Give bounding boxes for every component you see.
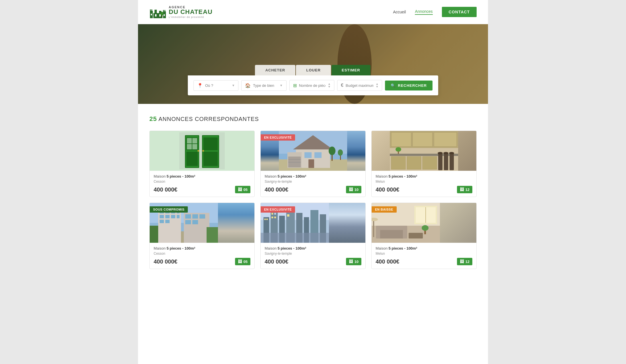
svg-rect-82 <box>192 220 198 224</box>
property-cards-grid: Maison 5 pieces - 100m² Cesson 400 000€ … <box>149 131 477 269</box>
svg-rect-112 <box>376 226 407 230</box>
svg-rect-79 <box>192 214 198 219</box>
svg-rect-40 <box>308 159 314 168</box>
photo-icon: 🖼 <box>238 259 242 264</box>
card-location: Savigny-le-temple <box>265 252 361 256</box>
card-badge: SOUS COMPROMIS <box>150 206 188 213</box>
search-label: RECHERCHER <box>398 83 427 88</box>
card-badge: EN BAISSE <box>372 206 397 213</box>
card-photos-count[interactable]: 🖼 10 <box>346 258 361 265</box>
card-location: Savigny-le-temple <box>265 180 361 184</box>
svg-rect-7 <box>163 10 164 12</box>
budget-field[interactable]: € ▲▼ <box>337 80 382 91</box>
photo-icon: 🖼 <box>349 259 353 264</box>
search-container: ACHETER LOUER ESTIMER 📍 ▼ 🏠 ▼ <box>188 65 438 95</box>
tab-louer[interactable]: LOUER <box>296 65 331 75</box>
svg-rect-113 <box>376 226 380 238</box>
property-type-field[interactable]: 🏠 ▼ <box>241 80 286 91</box>
card-specs: 5 pieces - 100m² <box>278 246 306 250</box>
svg-rect-100 <box>274 217 276 218</box>
photo-icon: 🖼 <box>349 187 353 192</box>
property-card[interactable]: Maison 5 pieces - 100m² Cesson 400 000€ … <box>149 131 255 197</box>
svg-rect-66 <box>158 209 181 243</box>
tab-estimer[interactable]: ESTIMER <box>331 65 370 75</box>
svg-point-59 <box>443 152 448 154</box>
logo-text: AGENCE DU CHATEAU L'immobilier de proxim… <box>169 5 213 18</box>
location-field[interactable]: 📍 ▼ <box>193 80 238 91</box>
card-location: Cesson <box>154 252 250 256</box>
card-image <box>372 131 476 171</box>
card-title: Maison 5 pieces - 100m² <box>154 246 250 250</box>
svg-rect-99 <box>271 217 273 218</box>
svg-rect-57 <box>450 153 454 170</box>
svg-rect-76 <box>160 220 164 223</box>
svg-point-44 <box>338 149 343 156</box>
location-input[interactable] <box>205 83 229 88</box>
card-info: Maison 5 pieces - 100m² Melun 400 000€ 🖼… <box>372 243 476 269</box>
svg-rect-103 <box>287 214 289 217</box>
card-photos-count[interactable]: 🖼 10 <box>346 186 361 193</box>
search-button[interactable]: 🔍 RECHERCHER <box>385 81 433 91</box>
card-price: 400 000€ <box>154 186 177 193</box>
type-chevron: ▼ <box>280 84 283 87</box>
kitchen-image <box>372 131 476 171</box>
photos-number: 10 <box>355 188 359 192</box>
card-photos-count[interactable]: 🖼 12 <box>457 186 472 193</box>
card-image: EN BAISSE <box>372 203 476 243</box>
card-info: Maison 5 pieces - 100m² Melun 400 000€ 🖼… <box>372 171 476 197</box>
card-location: Melun <box>376 252 472 256</box>
property-card[interactable]: SOUS COMPROMIS <box>149 203 255 269</box>
logo[interactable]: AGENCE DU CHATEAU L'immobilier de proxim… <box>149 5 213 19</box>
svg-rect-14 <box>162 16 162 17</box>
contact-button[interactable]: CONTACT <box>442 7 477 17</box>
card-bottom: 400 000€ 🖼 12 <box>376 258 472 265</box>
card-info: Maison 5 pieces - 100m² Cesson 400 000€ … <box>150 171 254 197</box>
budget-input[interactable] <box>346 83 374 88</box>
svg-rect-62 <box>398 151 399 154</box>
card-title: Maison 5 pieces - 100m² <box>376 174 472 178</box>
card-title: Maison 5 pieces - 100m² <box>154 174 250 178</box>
card-image: EN EXCLUSIVITÉ <box>261 203 365 243</box>
property-card[interactable]: Maison 5 pieces - 100m² Melun 400 000€ 🖼… <box>371 131 477 197</box>
svg-rect-54 <box>423 157 437 169</box>
card-photos-count[interactable]: 🖼 05 <box>235 258 250 265</box>
svg-rect-118 <box>373 220 374 237</box>
svg-rect-49 <box>413 132 433 147</box>
card-price: 400 000€ <box>376 258 399 265</box>
svg-rect-8 <box>164 10 165 12</box>
nav-accueil[interactable]: Accueil <box>393 10 406 14</box>
card-title: Maison 5 pieces - 100m² <box>265 174 361 178</box>
search-icon: 🔍 <box>391 83 396 88</box>
card-specs: 5 pieces - 100m² <box>389 246 417 250</box>
property-card[interactable]: EN EXCLUSIVITÉ <box>260 131 366 197</box>
main-content: 25 ANNONCES CORRESPONDANTES <box>138 104 488 280</box>
nav-annonces[interactable]: Annonces <box>415 9 433 15</box>
svg-rect-9 <box>151 14 152 15</box>
card-location: Cesson <box>154 180 250 184</box>
card-photos-count[interactable]: 🖼 05 <box>235 186 250 193</box>
svg-rect-23 <box>203 152 218 166</box>
card-photos-count[interactable]: 🖼 12 <box>457 258 472 265</box>
svg-rect-56 <box>444 153 448 170</box>
rooms-input[interactable] <box>299 83 326 88</box>
property-card[interactable]: EN BAISSE <box>371 203 477 269</box>
svg-rect-12 <box>164 14 165 16</box>
svg-rect-78 <box>185 214 191 219</box>
door-image <box>150 131 254 171</box>
tab-acheter[interactable]: ACHETER <box>255 65 295 75</box>
svg-rect-96 <box>266 219 268 220</box>
search-tabs: ACHETER LOUER ESTIMER <box>188 65 438 75</box>
property-card[interactable]: EN EXCLUSIVITÉ <box>260 203 366 269</box>
card-bottom: 400 000€ 🖼 10 <box>265 186 361 193</box>
svg-rect-114 <box>403 226 407 238</box>
rooms-field[interactable]: ⊞ ▲▼ <box>289 80 334 91</box>
card-image: SOUS COMPROMIS <box>150 203 254 243</box>
svg-rect-55 <box>438 153 442 170</box>
svg-rect-115 <box>409 233 423 238</box>
svg-rect-19 <box>186 152 198 166</box>
rooms-spinners: ▲▼ <box>328 83 331 88</box>
property-type-input[interactable] <box>253 83 277 88</box>
svg-point-42 <box>329 147 335 155</box>
svg-rect-52 <box>391 157 405 169</box>
card-badge: EN EXCLUSIVITÉ <box>261 206 295 213</box>
